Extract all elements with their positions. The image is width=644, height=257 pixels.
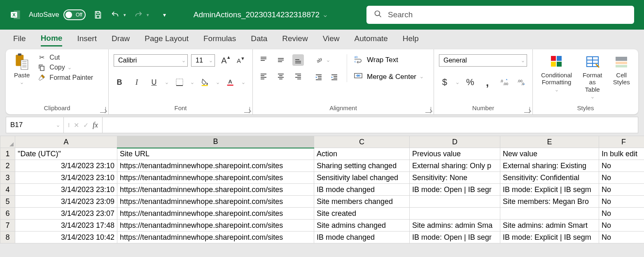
row-header[interactable]: 1 (0, 148, 15, 160)
borders-button[interactable] (174, 76, 185, 88)
select-all-corner[interactable] (0, 136, 15, 148)
align-middle-button[interactable] (275, 54, 287, 66)
tab-draw[interactable]: Draw (112, 32, 130, 46)
cell[interactable]: Site URL (117, 148, 314, 160)
cell[interactable]: In bulk edit (599, 148, 644, 160)
italic-button[interactable]: I (131, 76, 142, 88)
name-box[interactable]: B17⌵ (6, 117, 64, 133)
table-row[interactable]: 73/14/2023 17:48https://tenantadminnewho… (0, 220, 644, 232)
align-left-button[interactable] (258, 71, 269, 82)
filename-dropdown-icon[interactable]: ⌵ (324, 12, 327, 18)
font-size-select[interactable]: 11⌵ (191, 54, 215, 67)
chevron-down-icon[interactable]: ⌵ (420, 74, 423, 79)
tab-review[interactable]: Review (282, 32, 308, 46)
chevron-down-icon[interactable]: ⌵ (166, 80, 168, 85)
autosave-toggle[interactable]: AutoSave Off (29, 9, 86, 20)
comma-button[interactable]: , (482, 76, 493, 88)
copy-button[interactable]: Copy⌵ (37, 64, 93, 71)
cancel-icon[interactable]: ✕ (74, 121, 79, 129)
table-row[interactable]: 33/14/2023 23:10https://tenantadminnewho… (0, 172, 644, 184)
table-row[interactable]: 23/14/2023 23:10https://tenantadminnewho… (0, 160, 644, 172)
format-as-table-button[interactable]: Format as Table⌵ (578, 52, 607, 101)
cell[interactable]: Action (314, 148, 410, 160)
col-header-a[interactable]: A (15, 136, 117, 148)
cell[interactable]: "Date (UTC)" (15, 148, 117, 160)
dropdown-icon[interactable]: ⁞ (68, 122, 70, 128)
cut-button[interactable]: ✂Cut (37, 53, 93, 61)
ribbon-tabs: File Home Insert Draw Page Layout Formul… (0, 30, 644, 48)
search-box[interactable] (366, 6, 634, 24)
align-center-button[interactable] (275, 71, 287, 82)
col-header-e[interactable]: E (500, 136, 599, 148)
alignment-launcher[interactable] (425, 107, 431, 113)
table-row[interactable]: 43/14/2023 23:10https://tenantadminnewho… (0, 184, 644, 196)
format-painter-button[interactable]: Format Painter (37, 74, 93, 82)
tab-formulas[interactable]: Formulas (203, 32, 236, 46)
svg-rect-25 (557, 62, 562, 67)
underline-button[interactable]: U (148, 76, 160, 88)
tab-file[interactable]: File (13, 32, 26, 46)
align-top-button[interactable] (258, 54, 269, 66)
svg-rect-24 (551, 62, 556, 67)
chevron-down-icon[interactable]: ⌵ (242, 80, 245, 85)
enter-icon[interactable]: ✓ (83, 121, 89, 129)
conditional-formatting-button[interactable]: Conditional Formatting⌵ (538, 52, 575, 94)
table-row[interactable]: 53/14/2023 23:09https://tenantadminnewho… (0, 196, 644, 208)
qat-customize-icon[interactable]: ▾ (160, 10, 170, 20)
accounting-button[interactable]: $ (439, 76, 450, 88)
tab-data[interactable]: Data (251, 32, 267, 46)
decrease-indent-button[interactable] (313, 72, 324, 83)
col-header-d[interactable]: D (410, 136, 500, 148)
redo-dropdown-icon[interactable]: ▾ (147, 12, 149, 18)
number-format-select[interactable]: General⌵ (439, 54, 527, 67)
table-row[interactable]: 83/14/2023 10:42https://tenantadminnewho… (0, 232, 644, 243)
tab-insert[interactable]: Insert (77, 32, 97, 46)
fx-icon[interactable]: fx (93, 121, 98, 130)
fill-color-button[interactable] (199, 76, 211, 88)
number-launcher[interactable] (524, 107, 530, 113)
align-right-button[interactable] (292, 71, 304, 82)
chevron-down-icon[interactable]: ⌵ (191, 80, 194, 85)
tab-automate[interactable]: Automate (354, 32, 387, 46)
undo-dropdown-icon[interactable]: ▾ (124, 12, 126, 18)
merge-center-button[interactable]: Merge & Center ⌵ (354, 71, 423, 82)
paste-button[interactable]: Paste ⌵ (11, 52, 33, 87)
col-header-c[interactable]: C (314, 136, 410, 148)
wrap-text-button[interactable]: abc Wrap Text (354, 54, 423, 65)
undo-icon[interactable] (110, 10, 120, 20)
search-input[interactable] (388, 10, 627, 19)
filename[interactable]: AdminActions_20230314232318872 ⌵ (194, 10, 327, 19)
tab-page-layout[interactable]: Page Layout (145, 32, 189, 46)
svg-rect-22 (551, 56, 556, 61)
svg-rect-27 (616, 57, 627, 61)
decrease-decimal-button[interactable]: .00.0 (516, 76, 527, 88)
worksheet[interactable]: A B C D E F 1 "Date (UTC)" Site URL Acti… (0, 136, 644, 243)
increase-decimal-button[interactable]: .0.00 (499, 76, 510, 88)
redo-icon[interactable] (133, 10, 143, 20)
font-name-select[interactable]: Calibri⌵ (114, 54, 188, 67)
increase-font-button[interactable]: A▲ (218, 55, 230, 66)
percent-button[interactable]: % (464, 76, 476, 88)
save-icon[interactable] (93, 10, 103, 20)
chevron-down-icon[interactable]: ⌵ (327, 58, 329, 63)
cell[interactable]: Previous value (410, 148, 500, 160)
col-header-f[interactable]: F (599, 136, 644, 148)
table-row[interactable]: 1 "Date (UTC)" Site URL Action Previous … (0, 148, 644, 160)
cell[interactable]: New value (500, 148, 599, 160)
orientation-button[interactable]: ab (313, 54, 324, 66)
tab-help[interactable]: Help (403, 32, 419, 46)
tab-home[interactable]: Home (41, 31, 63, 46)
cell-styles-button[interactable]: Cell Styles (609, 52, 633, 88)
tab-view[interactable]: View (323, 32, 340, 46)
bold-button[interactable]: B (114, 76, 125, 88)
align-bottom-button[interactable] (292, 54, 304, 66)
decrease-font-button[interactable]: A▼ (233, 55, 245, 66)
chevron-down-icon[interactable]: ⌵ (217, 80, 219, 85)
chevron-down-icon[interactable]: ⌵ (456, 80, 459, 85)
increase-indent-button[interactable] (329, 72, 340, 83)
font-color-button[interactable]: A (225, 76, 236, 88)
clipboard-launcher[interactable] (100, 107, 106, 113)
font-launcher[interactable] (244, 107, 250, 113)
col-header-b[interactable]: B (117, 136, 314, 148)
table-row[interactable]: 63/14/2023 23:07https://tenantadminnewho… (0, 208, 644, 220)
